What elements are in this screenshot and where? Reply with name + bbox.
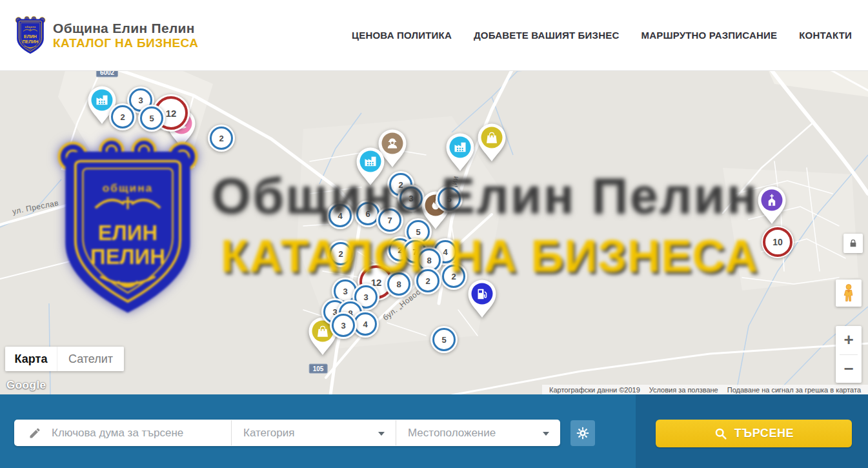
- location-select[interactable]: Местоположение: [396, 420, 560, 446]
- search-icon: [714, 427, 727, 440]
- category-select-value: Категория: [243, 427, 294, 440]
- map-marker-cluster[interactable]: 2: [208, 125, 235, 152]
- pencil-icon: [28, 427, 41, 440]
- brand[interactable]: Община Елин Пелин КАТАЛОГ НА БИЗНЕСА: [14, 15, 198, 56]
- site-subtitle: КАТАЛОГ НА БИЗНЕСА: [53, 36, 198, 50]
- search-button[interactable]: ТЪРСЕНЕ: [656, 420, 852, 447]
- shopping-bag-icon: [476, 123, 508, 163]
- factory-icon: [444, 132, 476, 172]
- attribution-link[interactable]: Подаване на сигнал за грешка в картата: [727, 386, 861, 394]
- fuel-icon: [466, 279, 498, 319]
- keyword-search-input[interactable]: [50, 426, 201, 440]
- attribution-link[interactable]: Условия за ползване: [649, 386, 718, 394]
- location-select-value: Местоположение: [408, 427, 496, 440]
- map-type-satellite-button[interactable]: Сателит: [57, 347, 124, 371]
- map-type-control: Карта Сателит: [5, 347, 124, 371]
- nav-item[interactable]: КОНТАКТИ: [799, 30, 852, 41]
- map-markers-layer: 32125223564752742822128333843510: [0, 71, 868, 394]
- map-marker-cluster[interactable]: 8: [385, 270, 412, 298]
- advanced-settings-button[interactable]: [570, 420, 595, 446]
- pegman-icon: [841, 283, 856, 303]
- map-type-map-button[interactable]: Карта: [5, 347, 57, 371]
- search-button-label: ТЪРСЕНЕ: [734, 427, 794, 440]
- zoom-out-button[interactable]: −: [836, 355, 862, 383]
- factory-icon: [354, 147, 387, 187]
- map-marker-cluster[interactable]: 2: [440, 263, 467, 290]
- lock-icon: [848, 238, 858, 249]
- header: Община Елин Пелин КАТАЛОГ НА БИЗНЕСА ЦЕН…: [0, 0, 868, 71]
- map-attribution: Картографски данни ©2019Условия за ползв…: [542, 385, 868, 394]
- search-panel: Категория Местоположение: [0, 394, 868, 468]
- zoom-control: + −: [836, 326, 862, 383]
- nav-item[interactable]: ЦЕНОВА ПОЛИТИКА: [352, 30, 452, 41]
- site-title: Община Елин Пелин: [53, 21, 198, 36]
- map-marker-cluster[interactable]: 2: [327, 240, 354, 267]
- attribution-text: Картографски данни ©2019: [549, 386, 640, 394]
- map-marker-pin[interactable]: [756, 185, 788, 228]
- map-marker-cluster[interactable]: 5: [138, 105, 165, 132]
- map-marker-cluster[interactable]: 5: [430, 326, 458, 353]
- map-marker-cluster[interactable]: 2: [414, 267, 441, 294]
- map-marker-pin[interactable]: [466, 279, 498, 321]
- zoom-in-button[interactable]: +: [836, 326, 862, 354]
- main-nav: ЦЕНОВА ПОЛИТИКАДОБАВЕТЕ ВАШИЯТ БИЗНЕСМАР…: [352, 30, 852, 41]
- map-marker-pin[interactable]: [476, 123, 508, 165]
- search-bar: Категория Местоположение: [14, 420, 560, 446]
- map-marker-cluster[interactable]: 10: [762, 226, 794, 258]
- pegman-button[interactable]: [836, 280, 862, 307]
- chevron-down-icon: [378, 432, 385, 436]
- chevron-down-icon: [543, 432, 549, 436]
- nav-item[interactable]: ДОБАВЕТЕ ВАШИЯТ БИЗНЕС: [474, 30, 619, 41]
- google-logo[interactable]: Google: [6, 379, 46, 392]
- map-marker-cluster[interactable]: 2: [109, 103, 136, 130]
- nav-item[interactable]: МАРШРУТНО РАЗПИСАНИЕ: [641, 30, 777, 41]
- map[interactable]: 6002105ул. Преславбул. „Новоселции 32125…: [0, 71, 868, 394]
- keyword-segment: [14, 420, 231, 446]
- gear-icon: [576, 426, 590, 440]
- map-marker-cluster[interactable]: 3: [330, 312, 357, 339]
- category-select[interactable]: Категория: [232, 420, 396, 446]
- map-marker-pin[interactable]: [444, 132, 476, 175]
- map-marker-cluster[interactable]: 7: [376, 207, 403, 234]
- map-marker-pin[interactable]: [354, 147, 387, 189]
- map-marker-cluster[interactable]: 5: [436, 185, 463, 212]
- municipality-crest-logo: [14, 15, 46, 56]
- map-marker-cluster[interactable]: 4: [327, 202, 354, 229]
- church-icon: [756, 185, 788, 225]
- lock-button[interactable]: [843, 234, 863, 253]
